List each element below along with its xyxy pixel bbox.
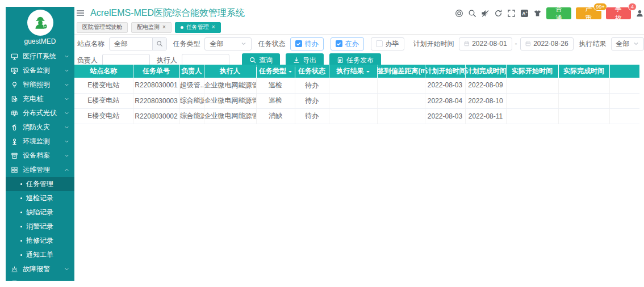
sidebar-item-device-archive[interactable]: 设备档案 [6, 149, 74, 163]
site-name-label: 站点名称 [77, 39, 104, 49]
table-cell: E楼变电站 [74, 108, 133, 124]
sidebar-subitem-work-orders[interactable]: 通知工单 [6, 248, 74, 262]
site-name-value: 全部 [110, 39, 152, 49]
column-header[interactable]: 执行结果 [329, 65, 377, 78]
sidebar-item-environment-monitor[interactable]: 环境监测 [6, 134, 74, 149]
sidebar-subitem-task-management[interactable]: 任务管理 [6, 177, 74, 191]
table-row: E楼变电站R2208030003综合能源企业微电网能源管...巡检待办2022-… [74, 93, 639, 108]
hamburger-menu-icon[interactable] [77, 10, 84, 16]
sidebar-subitem-repair-records[interactable]: 抢修记录 [6, 234, 74, 248]
sidebar-item-ev-charger[interactable]: 充电桩 [6, 92, 74, 106]
sidebar-item-fire-safety[interactable]: 消防火灾 [6, 120, 74, 134]
bullet-icon [20, 226, 22, 227]
close-icon[interactable]: × [162, 24, 166, 30]
chevron-down-icon [64, 267, 69, 272]
table-cell-filler [609, 78, 639, 93]
sidebar-subitem-inspection-records[interactable]: 巡检记录 [6, 191, 74, 205]
search-icon[interactable] [468, 9, 476, 18]
sidebar-item-device-monitor[interactable]: 设备监测 [6, 64, 74, 78]
sidebar-item-ops-management[interactable]: 运维管理 [6, 163, 74, 177]
plan-end-date-input[interactable]: 2022-08-26 [520, 37, 574, 50]
status-pending-checkbox[interactable]: 待办 [290, 37, 324, 50]
status-pending-label: 待办 [305, 39, 319, 49]
sidebar-item-fault-alarm[interactable]: 故障报警 [6, 262, 74, 276]
table-cell: 2022-08-09 [465, 78, 506, 93]
tab-bar: 医院管理驾驶舱 配电监测 × 任务管理 × [74, 20, 644, 35]
table-cell: 2022-08-03 [425, 78, 465, 93]
table-cell [329, 108, 377, 124]
sidebar-subitem-label: 任务管理 [26, 179, 53, 189]
table-cell: 2022-08-04 [425, 93, 465, 108]
table-cell: 待办 [295, 93, 329, 108]
sidebar-subitem-label: 消警记录 [26, 222, 53, 231]
sidebar-item-solar-pv[interactable]: 分布式光伏 [6, 106, 74, 120]
column-header[interactable]: 任务类型 [256, 65, 295, 78]
sidebar-subitem-alarm-clear-records[interactable]: 消警记录 [6, 220, 74, 234]
alarm-level-normal-button[interactable]: 普通 [546, 7, 571, 19]
device-archive-icon [11, 152, 18, 159]
chevron-down-icon [633, 41, 639, 47]
font-size-icon[interactable]: A+ [520, 9, 529, 18]
exec-result-select[interactable]: 全部 [611, 37, 644, 50]
target-icon[interactable] [455, 9, 463, 18]
site-name-input[interactable]: 全部 [109, 37, 167, 50]
table-cell-filler [609, 93, 639, 108]
sidebar-subitem-label: 抢修记录 [26, 236, 53, 246]
mute-icon[interactable] [481, 9, 490, 18]
tab-power-monitoring[interactable]: 配电监测 × [131, 22, 172, 33]
sidebar-subitem-defect-records[interactable]: 缺陷记录 [6, 205, 74, 220]
sidebar-item-medical-it[interactable]: 医疗IT系统 [6, 49, 74, 64]
chevron-down-icon [64, 139, 69, 144]
column-header: 实际开始时间 [506, 65, 558, 78]
column-header: 签到偏差距离(m) [377, 65, 425, 78]
chevron-up-icon [64, 167, 69, 172]
column-header: 站点名称 [74, 65, 133, 78]
download-icon [293, 57, 300, 64]
checkbox-checked-icon [295, 40, 302, 47]
chevron-down-icon [241, 41, 246, 47]
site-search-icon[interactable] [152, 38, 166, 50]
fire-safety-icon [11, 124, 18, 131]
status-done-checkbox[interactable]: 办毕 [371, 37, 404, 50]
sidebar-item-partial[interactable] [6, 276, 74, 281]
table-cell [558, 93, 609, 108]
tab-task-management[interactable]: 任务管理 × [175, 22, 221, 33]
table-cell: R2208030001 [133, 78, 179, 93]
status-inprogress-checkbox[interactable]: 在办 [331, 37, 364, 50]
alarm-level-accident-button[interactable]: 事故 4 [606, 7, 631, 19]
table-row: E楼变电站R2208030002综合能源企业微电网能源管...消缺待办2022-… [74, 108, 639, 124]
table-cell: 巡检 [256, 93, 295, 108]
environment-monitor-icon [11, 138, 18, 145]
fullscreen-icon[interactable] [507, 9, 516, 18]
table-cell: 2022-08-10 [465, 93, 506, 108]
chevron-down-icon [64, 96, 69, 102]
column-header-filler [609, 65, 639, 78]
plan-start-date-input[interactable]: 2022-08-01 [459, 37, 512, 50]
svg-text:+: + [525, 10, 528, 14]
table-cell: 综合能源 [179, 93, 204, 108]
ops-management-icon [11, 166, 18, 174]
table-cell: R2208030003 [133, 93, 179, 108]
task-type-select[interactable]: 全部 [204, 37, 251, 50]
table-header-row: 站点名称任务单号负责人执行人任务类型任务状态执行结果签到偏差距离(m)计划开始时… [74, 65, 639, 78]
refresh-icon[interactable] [494, 9, 503, 18]
tab-hospital-cockpit[interactable]: 医院管理驾驶舱 [77, 22, 128, 33]
avatar [27, 10, 53, 36]
sidebar-item-label: 消防火灾 [23, 123, 60, 132]
alarm-level-severe-button[interactable]: 严重 99+ [576, 7, 601, 19]
theme-icon[interactable] [533, 9, 542, 18]
sidebar-item-smart-lighting[interactable]: 智能照明 [6, 78, 74, 92]
table-cell: 综合能源 [179, 108, 204, 124]
filter-row-1: 站点名称 全部 任务类型 全部 任务状态 待办 在办 [74, 37, 644, 50]
table-body: E楼变电站R2208030001超级管...企业微电网能源管...巡检待办202… [74, 78, 639, 124]
close-icon[interactable]: × [212, 24, 215, 30]
sidebar-item-label: 运维管理 [23, 165, 60, 175]
column-header: 计划开始时间 [425, 65, 465, 78]
column-header: 任务状态 [295, 65, 329, 78]
sidebar-item-label: 分布式光伏 [23, 108, 60, 118]
table-cell: E楼变电站 [74, 93, 133, 108]
column-header: 计划完成时间 [465, 65, 506, 78]
topbar: AcrelEMS-MED医院综合能效管理系统 [77, 6, 245, 20]
table-cell [329, 93, 377, 108]
user-icon[interactable] [635, 9, 644, 18]
